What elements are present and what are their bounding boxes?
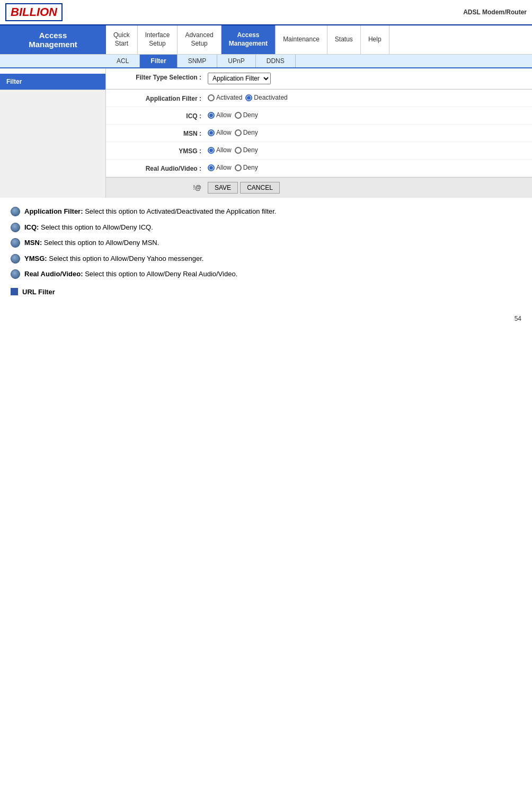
msn-allow-label: Allow (216, 129, 232, 136)
desc-icon-app-filter (11, 207, 20, 216)
ymsg-allow[interactable]: Allow (208, 146, 232, 154)
radio-activated-label: Activated (216, 94, 242, 101)
ymsg-label: YMSG : (112, 146, 208, 155)
tab-maintenance[interactable]: Maintenance (276, 25, 327, 54)
page-number: 54 (515, 315, 521, 322)
main-layout: Filter Filter Type Selection : Applicati… (0, 68, 532, 198)
msn-row: MSN : Allow Deny (106, 125, 532, 142)
sub-tab-ddns[interactable]: DDNS (256, 55, 296, 67)
action-left-label: !@ (112, 184, 208, 191)
radio-deactivated[interactable]: Deactivated (245, 94, 287, 101)
description-section: Application Filter: Select this option t… (0, 198, 532, 310)
url-filter-label: URL Filter (22, 288, 55, 296)
desc-app-filter: Application Filter: Select this option t… (11, 206, 521, 217)
icq-deny-label: Deny (243, 111, 258, 119)
desc-app-filter-text: Application Filter: Select this option t… (24, 206, 276, 217)
radio-activated[interactable]: Activated (208, 94, 242, 101)
real-audio-deny-label: Deny (243, 164, 258, 171)
msn-value: Allow Deny (208, 129, 526, 136)
filter-type-select[interactable]: Application Filter URL Filter IP/MAC Fil… (208, 73, 271, 84)
desc-real-audio: Real Audio/Video: Select this option to … (11, 269, 521, 279)
icq-radio-group: Allow Deny (208, 111, 526, 119)
left-sidebar: Filter (0, 68, 106, 198)
desc-app-filter-body: Select this option to Activated/Deactiva… (85, 207, 276, 215)
desc-icq-term: ICQ: (24, 223, 39, 231)
sub-tab-filter[interactable]: Filter (140, 55, 177, 67)
app-filter-section: Application Filter : Activated Deactivat… (106, 90, 532, 178)
sidebar-item-filter[interactable]: Filter (0, 74, 105, 90)
logo: BILLION (5, 3, 63, 21)
adsl-label: ADSL Modem/Router (463, 8, 527, 16)
sub-tab-snmp[interactable]: SNMP (178, 55, 218, 67)
app-filter-radio-group: Activated Deactivated (208, 94, 526, 101)
sub-tab-acl[interactable]: ACL (106, 55, 140, 67)
msn-allow[interactable]: Allow (208, 129, 232, 136)
desc-icon-icq (11, 223, 20, 232)
real-audio-allow[interactable]: Allow (208, 164, 232, 171)
nav-sidebar-text: AccessManagement (29, 31, 77, 49)
icq-value: Allow Deny (208, 111, 526, 119)
desc-app-filter-term: Application Filter: (24, 207, 83, 215)
real-audio-allow-circle (208, 164, 215, 171)
tab-status[interactable]: Status (327, 25, 361, 54)
page-number-container: 54 (0, 310, 532, 328)
filter-type-row: Filter Type Selection : Application Filt… (106, 68, 532, 89)
tab-interface-setup[interactable]: InterfaceSetup (138, 25, 178, 54)
radio-deactivated-label: Deactivated (254, 94, 287, 101)
desc-ymsg-term: YMSG: (24, 255, 47, 262)
nav-sidebar-label: AccessManagement (0, 25, 106, 54)
sub-tabs: ACL Filter SNMP UPnP DDNS (0, 55, 532, 68)
ymsg-allow-circle (208, 147, 215, 154)
msn-label: MSN : (112, 129, 208, 137)
nav-bar: AccessManagement QuickStart InterfaceSet… (0, 25, 532, 55)
radio-deactivated-circle (245, 94, 252, 101)
desc-icon-ymsg (11, 254, 20, 264)
desc-msn-term: MSN: (24, 239, 42, 247)
desc-msn: MSN: Select this option to Allow/Deny MS… (11, 238, 521, 248)
msn-deny[interactable]: Deny (235, 129, 258, 136)
ymsg-value: Allow Deny (208, 146, 526, 154)
app-filter-value: Activated Deactivated (208, 94, 526, 101)
icq-allow[interactable]: Allow (208, 111, 232, 119)
real-audio-deny-circle (235, 164, 242, 171)
header: BILLION ADSL Modem/Router (0, 0, 532, 25)
nav-tabs: QuickStart InterfaceSetup AdvancedSetup … (106, 25, 389, 54)
ymsg-deny[interactable]: Deny (235, 146, 258, 154)
desc-icq-text: ICQ: Select this option to Allow/Deny IC… (24, 222, 153, 233)
action-row: !@ SAVE CANCEL (106, 178, 532, 198)
real-audio-row: Real Audio/Video : Allow Deny (106, 160, 532, 177)
url-filter-item: URL Filter (11, 288, 521, 296)
desc-icon-real-audio (11, 269, 20, 279)
cancel-button[interactable]: CANCEL (240, 182, 280, 194)
desc-ymsg-body: Select this option to Allow/Deny Yahoo m… (49, 255, 203, 262)
save-button[interactable]: SAVE (208, 182, 238, 194)
icq-allow-label: Allow (216, 111, 232, 119)
tab-help[interactable]: Help (361, 25, 389, 54)
ymsg-radio-group: Allow Deny (208, 146, 526, 154)
sub-tab-upnp[interactable]: UPnP (217, 55, 255, 67)
tab-advanced-setup[interactable]: AdvancedSetup (178, 25, 221, 54)
desc-real-audio-body: Select this option to Allow/Deny Real Au… (85, 270, 237, 278)
desc-msn-body: Select this option to Allow/Deny MSN. (44, 239, 159, 247)
msn-deny-label: Deny (243, 129, 258, 136)
filter-type-value: Application Filter URL Filter IP/MAC Fil… (208, 73, 526, 84)
desc-real-audio-term: Real Audio/Video: (24, 270, 83, 278)
real-audio-deny[interactable]: Deny (235, 164, 258, 171)
desc-icon-msn (11, 238, 20, 248)
real-audio-radio-group: Allow Deny (208, 164, 526, 171)
url-filter-container: URL Filter (11, 288, 521, 296)
icq-deny-circle (235, 112, 242, 119)
content-area: Filter Type Selection : Application Filt… (106, 68, 532, 198)
real-audio-allow-label: Allow (216, 164, 232, 171)
icq-row: ICQ : Allow Deny (106, 107, 532, 125)
icq-deny[interactable]: Deny (235, 111, 258, 119)
tab-access-management[interactable]: AccessManagement (221, 25, 276, 54)
real-audio-label: Real Audio/Video : (112, 164, 208, 172)
desc-icq: ICQ: Select this option to Allow/Deny IC… (11, 222, 521, 233)
ymsg-allow-label: Allow (216, 146, 232, 154)
real-audio-value: Allow Deny (208, 164, 526, 171)
app-filter-row: Application Filter : Activated Deactivat… (106, 90, 532, 107)
msn-radio-group: Allow Deny (208, 129, 526, 136)
msn-allow-circle (208, 129, 215, 136)
tab-quick-start[interactable]: QuickStart (106, 25, 138, 54)
